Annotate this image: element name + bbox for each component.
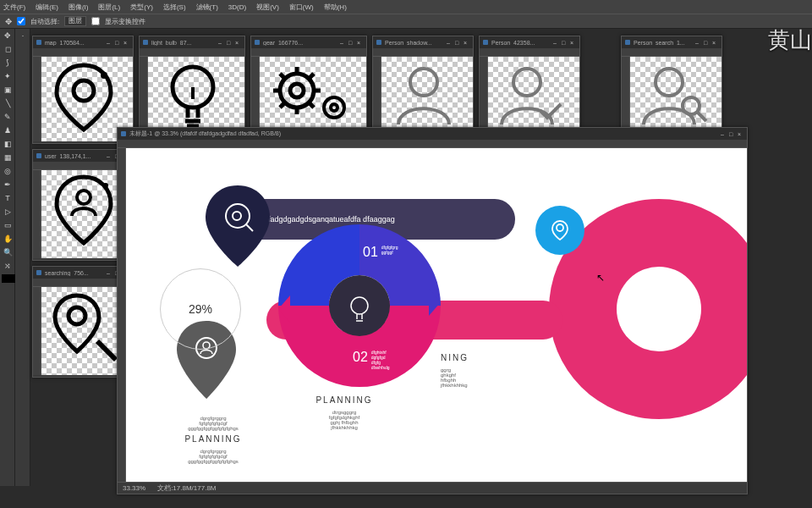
menu-item[interactable]: 类型(Y) — [130, 3, 153, 12]
window-titlebar[interactable]: map_170584...–□× — [33, 36, 133, 48]
close-icon[interactable]: × — [233, 40, 241, 46]
eyedropper-tool-icon[interactable]: ╲ — [0, 97, 15, 110]
svg-point-1 — [101, 72, 107, 79]
ruler-vertical[interactable] — [33, 170, 41, 258]
doc-window[interactable]: Person_42358...–□× — [479, 36, 580, 137]
maximize-icon[interactable]: □ — [112, 40, 121, 46]
minimize-icon[interactable]: – — [104, 40, 112, 46]
menu-item[interactable]: 图层(L) — [98, 3, 120, 12]
app-icon — [625, 40, 630, 45]
minimize-icon[interactable]: – — [104, 270, 112, 276]
crop-tool-icon[interactable]: ▣ — [0, 83, 15, 97]
minimize-icon[interactable]: – — [337, 40, 346, 46]
ruler-vertical[interactable] — [33, 287, 41, 375]
hand-tool-icon[interactable]: ✋ — [0, 232, 15, 246]
canvas[interactable] — [381, 57, 473, 135]
close-icon[interactable]: × — [735, 131, 743, 137]
minimize-icon[interactable]: – — [216, 40, 224, 46]
doc-window[interactable]: Person_shadow...–□× — [372, 36, 474, 137]
ruler-horizontal[interactable] — [118, 140, 747, 148]
text-tool-icon[interactable]: T — [0, 191, 15, 205]
close-icon[interactable]: × — [461, 40, 469, 46]
maximize-icon[interactable]: □ — [346, 40, 354, 46]
menu-item[interactable]: 滤镜(T) — [196, 3, 218, 12]
canvas[interactable] — [260, 57, 366, 135]
minimize-icon[interactable]: – — [104, 153, 112, 159]
window-titlebar[interactable]: light_bulb_87...–□× — [140, 36, 244, 48]
maximize-icon[interactable]: □ — [727, 131, 735, 137]
marquee-tool-icon[interactable]: ◻ — [0, 42, 15, 56]
svg-line-15 — [280, 74, 285, 79]
doc-window[interactable]: Person_search_1...–□× — [621, 36, 722, 137]
auto-select-label: 自动选择: — [30, 17, 59, 26]
window-titlebar[interactable]: gear_166776...–□× — [251, 36, 366, 48]
doc-window[interactable]: gear_166776...–□× — [250, 36, 367, 137]
ruler-vertical[interactable] — [622, 57, 630, 135]
canvas[interactable] — [488, 57, 579, 135]
ruler-vertical[interactable] — [373, 57, 381, 135]
path-tool-icon[interactable]: ▷ — [0, 205, 15, 218]
brush-tool-icon[interactable]: ✎ — [0, 110, 15, 124]
minimize-icon[interactable]: – — [718, 131, 727, 137]
ruler-horizontal[interactable] — [251, 48, 366, 57]
maximize-icon[interactable]: □ — [453, 40, 461, 46]
ruler-horizontal[interactable] — [480, 48, 579, 57]
window-titlebar[interactable]: 未标题-1 @ 33.3% (dfafdf dfafdgadgdfad dfad… — [118, 128, 747, 140]
minimize-icon[interactable]: – — [693, 40, 701, 46]
wand-tool-icon[interactable]: ✦ — [0, 69, 15, 83]
zoom-level[interactable]: 33.33% — [123, 484, 145, 492]
tool-icon[interactable]: · — [15, 29, 30, 42]
window-titlebar[interactable]: Person_shadow...–□× — [373, 36, 473, 48]
menu-item[interactable]: 选择(S) — [163, 3, 186, 12]
ruler-vertical[interactable] — [33, 57, 41, 141]
shape-tool-icon[interactable]: ▭ — [0, 218, 15, 232]
auto-select-dropdown[interactable]: 图层 — [64, 16, 86, 26]
percent-value: 29% — [189, 302, 212, 316]
window-titlebar[interactable]: Person_search_1...–□× — [622, 36, 721, 48]
swap-colors-icon[interactable]: ⤭ — [0, 259, 15, 273]
gradient-tool-icon[interactable]: ▦ — [0, 151, 15, 164]
move-tool-icon[interactable]: ✥ — [0, 29, 15, 42]
maximize-icon[interactable]: □ — [224, 40, 233, 46]
stamp-tool-icon[interactable]: ♟ — [0, 124, 15, 137]
minimize-icon[interactable]: – — [551, 40, 559, 46]
menu-item[interactable]: 帮助(H) — [324, 3, 347, 12]
ruler-vertical[interactable] — [118, 148, 126, 482]
menu-item[interactable]: 编辑(E) — [36, 3, 58, 12]
minimize-icon[interactable]: – — [444, 40, 453, 46]
menu-item[interactable]: 文件(F) — [3, 3, 25, 12]
transform-checkbox[interactable] — [91, 17, 100, 25]
window-title: map_170584... — [45, 40, 104, 46]
svg-line-24 — [698, 113, 706, 121]
menu-item[interactable]: 窗口(W) — [289, 3, 314, 12]
maximize-icon[interactable]: □ — [559, 40, 568, 46]
window-title: 未标题-1 @ 33.3% (dfafdf dfafdgadgdfad dfad… — [129, 130, 718, 138]
move-tool-icon[interactable]: ✥ — [5, 17, 12, 26]
eraser-tool-icon[interactable]: ◧ — [0, 137, 15, 151]
close-icon[interactable]: × — [354, 40, 363, 46]
lasso-tool-icon[interactable]: ⟆ — [0, 56, 15, 69]
menu-item[interactable]: 3D(D) — [228, 3, 246, 11]
zoom-tool-icon[interactable]: 🔍 — [0, 246, 15, 259]
planning-block-2: PLANNING dtrgsgggrg fgfgfgdghkghf gghj f… — [294, 390, 395, 430]
pen-tool-icon[interactable]: ✒ — [0, 178, 15, 191]
canvas[interactable] — [630, 57, 721, 135]
artboard[interactable]: dfafdfadgdgadgdsganqatueafdfa dfaaggag d… — [126, 148, 747, 482]
close-icon[interactable]: × — [710, 40, 718, 46]
menu-item[interactable]: 视图(V) — [256, 3, 279, 12]
ruler-horizontal[interactable] — [622, 48, 721, 57]
close-icon[interactable]: × — [568, 40, 576, 46]
ruler-vertical[interactable] — [251, 57, 260, 135]
pin-location-icon — [41, 57, 126, 136]
ruler-horizontal[interactable] — [373, 48, 473, 57]
ruler-horizontal[interactable] — [33, 48, 133, 57]
menu-item[interactable]: 图像(I) — [69, 3, 89, 12]
close-icon[interactable]: × — [121, 40, 129, 46]
window-titlebar[interactable]: Person_42358...–□× — [480, 36, 579, 48]
ruler-horizontal[interactable] — [140, 48, 244, 57]
auto-select-checkbox[interactable] — [17, 17, 25, 25]
main-doc-window[interactable]: 未标题-1 @ 33.3% (dfafdf dfafdgadgdfad dfad… — [117, 127, 748, 494]
ruler-vertical[interactable] — [480, 57, 488, 135]
blur-tool-icon[interactable]: ◎ — [0, 164, 15, 178]
maximize-icon[interactable]: □ — [701, 40, 710, 46]
